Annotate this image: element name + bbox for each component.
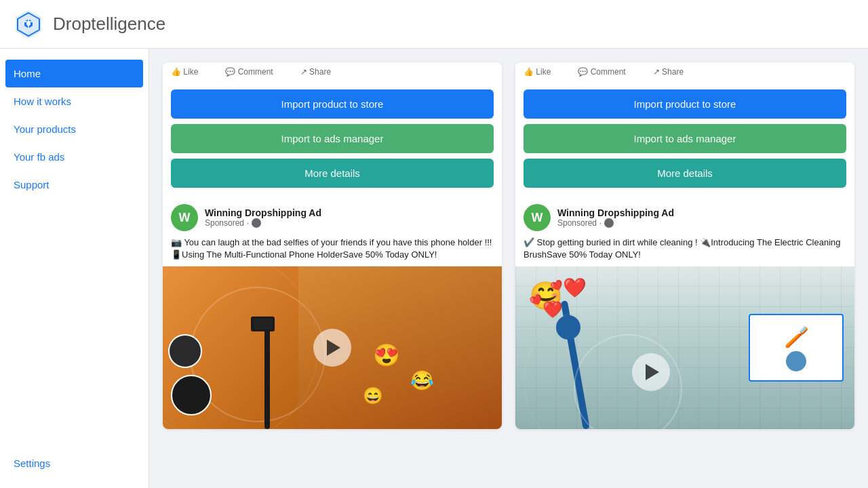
sidebar: Home How it works Your products Your fb …: [0, 49, 149, 488]
card-1-author: Winning Dropshipping Ad: [205, 207, 321, 218]
globe-icon: [252, 218, 261, 228]
svg-point-2: [26, 22, 31, 26]
card-2-play-button[interactable]: [632, 353, 670, 391]
card-1-more-details-button[interactable]: More details: [171, 159, 494, 188]
card-1-share[interactable]: ↗ Share: [300, 67, 331, 77]
card-2-heart-2: ❤️: [563, 277, 587, 299]
product-cards-grid: 👍 Like 💬 Comment ↗ Share Import product …: [163, 62, 854, 429]
main-content: 👍 Like 💬 Comment ↗ Share Import product …: [149, 49, 868, 488]
card-2-product-inset: 🪥: [749, 314, 844, 382]
card-1-actions: Import product to store Import to ads ma…: [163, 81, 502, 196]
card-2-import-store-button[interactable]: Import product to store: [524, 89, 846, 119]
card-1-play-button[interactable]: [313, 329, 351, 367]
sidebar-item-how-it-works[interactable]: How it works: [0, 87, 149, 115]
card-1-ad-text: 📷 You can laugh at the bad selfies of yo…: [171, 237, 494, 261]
card-1-ad-body: W Winning Dropshipping Ad Sponsored · 📷 …: [163, 196, 502, 261]
product-card-1: 👍 Like 💬 Comment ↗ Share Import product …: [163, 62, 502, 429]
sidebar-item-your-products[interactable]: Your products: [0, 115, 149, 143]
sidebar-item-support[interactable]: Support: [0, 171, 149, 199]
card-1-comment[interactable]: 💬 Comment: [225, 67, 273, 77]
sidebar-item-settings[interactable]: Settings: [0, 449, 149, 477]
card-1-emoji-1: 😍: [373, 342, 400, 368]
app-header: Droptelligence: [0, 0, 868, 49]
card-2-actions: Import product to store Import to ads ma…: [515, 81, 854, 196]
sidebar-item-home[interactable]: Home: [5, 60, 143, 87]
card-2-video-thumb[interactable]: 🥰 ❤️ ❤️ 🪥: [515, 266, 854, 429]
app-title: Droptelligence: [53, 14, 165, 35]
globe-icon-2: [604, 218, 614, 228]
card-1-sponsored: Sponsored ·: [205, 218, 321, 228]
card-2-ad-header: W Winning Dropshipping Ad Sponsored ·: [524, 204, 846, 231]
card-2-avatar: W: [524, 204, 551, 231]
card-2-comment[interactable]: 💬 Comment: [578, 67, 625, 77]
card-1-import-store-button[interactable]: Import product to store: [171, 89, 494, 119]
card-1-top-bar: 👍 Like 💬 Comment ↗ Share: [163, 62, 502, 81]
card-2-sponsored: Sponsored ·: [557, 218, 674, 228]
card-2-author: Winning Dropshipping Ad: [557, 207, 674, 218]
card-1-like[interactable]: 👍 Like: [171, 67, 198, 77]
card-1-emoji-2: 😂: [410, 369, 434, 392]
card-2-ad-body: W Winning Dropshipping Ad Sponsored · ✔️…: [515, 196, 854, 261]
card-2-like[interactable]: 👍 Like: [524, 67, 551, 77]
app-logo: [14, 9, 43, 39]
card-2-ad-text: ✔️ Stop getting buried in dirt while cle…: [524, 237, 846, 261]
card-2-more-details-button[interactable]: More details: [524, 159, 846, 188]
card-1-ad-header: W Winning Dropshipping Ad Sponsored ·: [171, 204, 494, 231]
card-1-avatar: W: [171, 204, 198, 231]
card-2-import-ads-button[interactable]: Import to ads manager: [524, 124, 846, 153]
product-card-2: 👍 Like 💬 Comment ↗ Share Import product …: [515, 62, 854, 429]
card-2-heart-3: ❤️: [542, 300, 563, 319]
card-2-top-bar: 👍 Like 💬 Comment ↗ Share: [515, 62, 854, 81]
card-1-emoji-3: 😄: [363, 386, 383, 405]
card-2-share[interactable]: ↗ Share: [653, 67, 684, 77]
card-1-video-thumb[interactable]: 😍 😂 😄: [163, 266, 502, 429]
sidebar-item-your-fb-ads[interactable]: Your fb ads: [0, 143, 149, 171]
card-1-import-ads-button[interactable]: Import to ads manager: [171, 124, 494, 153]
